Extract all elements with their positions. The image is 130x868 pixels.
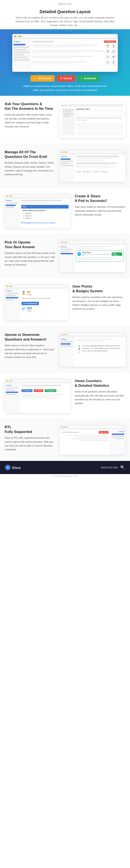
ba-browser-bar	[59, 240, 125, 245]
sidebar-item-1	[13, 44, 25, 45]
section-points: ● Discy 🏅 20 Points Voting u	[0, 278, 130, 327]
section-ask: Ask Your Questions & Get The Answers In …	[0, 96, 130, 144]
inprocess-label: In Process	[38, 77, 51, 80]
answered-label: Answered	[84, 77, 96, 80]
vote-panel: ● Discy ▲ 2 ▼ In my local	[59, 333, 125, 367]
delete-action[interactable]: 🗑 Delete	[83, 171, 90, 173]
stats-badges-row: 5 Answers 32 Views 5 Followers	[21, 389, 69, 392]
vote-text-col: Upvote or Downvote Questions and Answers…	[5, 333, 55, 359]
rtl-desc: Discy is RTL fully supported for those w…	[5, 436, 55, 452]
hero-section: ● Discy Ask Question 21an	[0, 29, 130, 96]
poll-widget: Poll Which option do you prefer? Option …	[21, 205, 69, 221]
points-context: Voting up an answer in the community.	[21, 297, 66, 300]
best-answer-badge: Best Answer	[112, 252, 122, 256]
page-title: Detailed Question Layout	[6, 9, 124, 14]
report-action[interactable]: ⚑ Report	[100, 171, 107, 173]
vote-desc: Allow users to vote for other people's q…	[5, 343, 55, 359]
footer-logo: D Discy	[5, 465, 21, 470]
stat-answers: 5 Answers	[21, 389, 33, 392]
section-vote: Upvote or Downvote Questions and Answers…	[0, 327, 130, 373]
section-manage: Manage All Of The Questions On Front End…	[0, 144, 130, 188]
pro-badge: ★Professional	[21, 302, 39, 305]
best-answer-desc: Question owner can pick the best answer …	[5, 251, 55, 267]
closed-button[interactable]: ✕ Closed	[56, 75, 75, 82]
vote-answer-row: ▲ 2 ▼ In my local language (Bahasa Indon…	[76, 343, 123, 355]
vote-mock-col: ● Discy ▲ 2 ▼ In my local	[59, 333, 125, 367]
answered-icon: ✓	[81, 77, 83, 80]
answer-date: Added an answer on April 18, 2018 at 2:0…	[82, 253, 111, 256]
ask-text-col: Ask Your Questions & Get The Answers In …	[5, 102, 55, 128]
stat-box-3: 12ans	[105, 50, 111, 54]
closed-label: Closed	[63, 77, 72, 80]
best-answer-panel: ● Discy JP John Peter Added an	[59, 240, 125, 272]
vote-count: 2	[79, 347, 80, 350]
manage-panel: ● Discy ✎ Edit 🗑 Delete	[59, 150, 125, 182]
poll-mock-col: ● Discy Poll Which option do you prefer?…	[5, 194, 71, 228]
footer-logo-icon: D	[5, 465, 10, 470]
footer-user-area: Mahmoud Adel 🔍	[101, 465, 125, 470]
inprocess-icon: ⚡	[34, 77, 37, 80]
ask-form-col: Question Title * Please choose an approp…	[59, 102, 125, 138]
ask-title: Ask Your Questions & Get The Answers In …	[5, 102, 55, 111]
section-rtl: RTL Fully Supported Discy is RTL fully s…	[0, 419, 130, 461]
stat-box-2: 71views	[111, 44, 116, 48]
answer-card: JP John Peter Added an answer on April 1…	[76, 250, 124, 261]
downvote-arrow[interactable]: ▼	[78, 351, 80, 353]
points-value-1: 20	[27, 290, 32, 294]
sidebar-item-5	[13, 54, 24, 56]
search-icon[interactable]: 🔍	[120, 465, 125, 470]
upvote-arrow[interactable]: ▲	[78, 345, 80, 347]
hero-browser-mockup: ● Discy Ask Question 21an	[12, 34, 118, 72]
points-value-2: 250	[27, 306, 32, 310]
stat-box-5: 8ans	[105, 55, 111, 59]
views-text-col: Views Counters & Detailed Statistics Vie…	[75, 379, 125, 405]
answered-button[interactable]: ✓ Answered	[77, 75, 99, 82]
manage-text-col: Manage All Of The Questions On Front End…	[5, 150, 55, 177]
vote-browser-bar	[59, 333, 125, 337]
points-mock-col: ● Discy 🏅 20 Points Voting u	[5, 284, 68, 320]
stat-box-8: 17views	[111, 60, 116, 65]
sidebar-item-3	[13, 49, 26, 51]
poll-title: Create & Share A Poll In Seconds!!	[75, 194, 125, 203]
vote-arrows[interactable]: ▲ 2 ▼	[78, 345, 80, 353]
stat-views: 32 Views	[34, 389, 43, 392]
footer-user-name: Mahmoud Adel	[101, 466, 118, 469]
browser-ask-btn: Ask Question	[104, 40, 116, 43]
rtl-panel: Discy ● اسال سؤال	[59, 425, 125, 455]
answer-name: John Peter	[82, 252, 111, 253]
browser-dot-green	[19, 36, 21, 37]
edit-action[interactable]: ✎ Edit	[76, 171, 81, 173]
pts-browser-bar	[5, 284, 68, 289]
points-row-2: 💎 250 Points	[21, 306, 66, 312]
browser-url-bar	[24, 35, 116, 38]
question-title-input[interactable]	[76, 111, 123, 116]
points-row-1: 🏅 20 Points	[21, 290, 66, 296]
close-action[interactable]: ✕ Close	[92, 171, 98, 173]
page-header: Detailed Question Layout Discy help you …	[0, 6, 130, 29]
views-title: Views Counters & Detailed Statistics	[75, 379, 125, 388]
sidebar-item-6	[13, 57, 27, 58]
form-hint: Please choose an appropriate title for t…	[76, 117, 123, 121]
views-panel: ● Discy 5 Answers 32 Views	[5, 379, 71, 413]
ask-form-mock: Question Title * Please choose an approp…	[59, 102, 125, 138]
stat-box-6: 44views	[111, 55, 116, 59]
best-answer-text-col: Pick Or Upvote Your Best Answer Question…	[5, 240, 55, 267]
dark-footer: D Discy Mahmoud Adel 🔍	[0, 461, 130, 474]
manage-desc: All Discy features (Edit, Delete, Report…	[5, 161, 55, 177]
points-title: User Points & Badges System	[72, 284, 125, 293]
browser-sidebar: ● Discy	[12, 39, 31, 72]
poll-browser-bar	[5, 194, 71, 198]
site-header: Alleyun.Com	[0, 0, 130, 6]
sidebar-item-7	[13, 59, 29, 61]
manage-browser-bar	[59, 150, 125, 154]
rtl-mock-col: Discy ● اسال سؤال	[59, 425, 125, 455]
watermark: 天气素材网 www.tqpc.com	[0, 474, 130, 479]
inprocess-button[interactable]: ⚡ In Process	[30, 75, 54, 82]
section-poll: ● Discy Poll Which option do you prefer?…	[0, 188, 130, 234]
actions-bar: ✎ Edit 🗑 Delete ✕ Close ⚑ Report	[76, 169, 124, 173]
type-buttons-row: ⚡ In Process ✕ Closed ✓ Answered	[4, 75, 126, 82]
ask-desc: Easily ask question with simple steps, u…	[5, 113, 55, 128]
views-mock-col: ● Discy 5 Answers 32 Views	[5, 379, 71, 413]
form-label: Question Title *	[76, 108, 123, 110]
stat-box-1: 21ans	[105, 44, 111, 48]
